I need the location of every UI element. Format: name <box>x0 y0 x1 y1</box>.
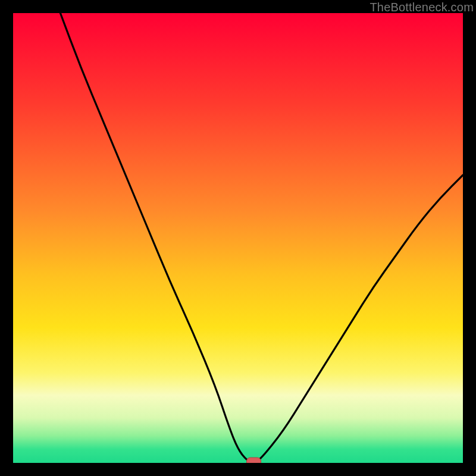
chart-frame: TheBottleneck.com <box>0 0 476 476</box>
bottleneck-curve <box>60 13 463 462</box>
minimum-marker <box>247 458 261 463</box>
watermark-text: TheBottleneck.com <box>369 1 474 14</box>
chart-svg <box>13 13 463 463</box>
plot-area <box>13 13 463 463</box>
